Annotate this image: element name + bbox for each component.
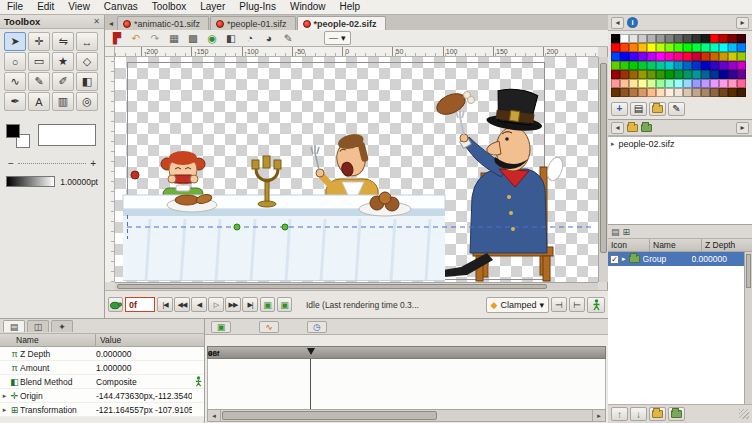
draw-tool[interactable]: ✎ — [28, 72, 50, 91]
tab-scroll-left-icon[interactable]: ◂ — [105, 17, 117, 30]
column-name[interactable]: Name — [0, 334, 96, 346]
palette-swatch[interactable] — [629, 88, 638, 97]
palette-swatch[interactable] — [638, 61, 647, 70]
palette-swatch[interactable] — [719, 79, 728, 88]
column-z-depth[interactable]: Z Depth — [702, 240, 752, 250]
scroll-thumb[interactable] — [222, 411, 437, 420]
palette-swatch[interactable] — [674, 43, 683, 52]
lock-future-keyframe-button[interactable]: ▣ — [277, 297, 292, 312]
palette-swatch[interactable] — [656, 79, 665, 88]
open-palette-button[interactable] — [649, 102, 666, 116]
palette-swatch[interactable] — [710, 43, 719, 52]
palette-swatch[interactable] — [719, 88, 728, 97]
new-group-button[interactable] — [649, 407, 666, 421]
menu-item[interactable]: Layer — [193, 0, 232, 14]
tab-timetrack[interactable]: ▣ — [211, 321, 231, 333]
palette-swatch[interactable] — [656, 70, 665, 79]
preview-button[interactable]: ◉ — [203, 31, 221, 45]
redo-button[interactable]: ↷ — [146, 31, 164, 45]
expander-icon[interactable]: ▸ — [622, 255, 626, 263]
palette-swatch[interactable] — [674, 52, 683, 61]
palette-swatch[interactable] — [620, 34, 629, 43]
gradient-tool[interactable]: ▥ — [52, 92, 74, 111]
palette-swatch[interactable] — [728, 43, 737, 52]
show-grid-button[interactable]: ▦ — [165, 31, 183, 45]
palette-swatch[interactable] — [737, 70, 746, 79]
palette-swatch[interactable] — [674, 34, 683, 43]
palette-swatch[interactable] — [692, 79, 701, 88]
palette-swatch[interactable] — [647, 52, 656, 61]
tab-meta[interactable]: ◷ — [307, 321, 327, 333]
turtle-icon[interactable] — [108, 297, 123, 312]
menu-item[interactable]: Plug-Ins — [232, 0, 283, 14]
palette-swatch[interactable] — [692, 88, 701, 97]
column-name[interactable]: Name — [650, 239, 702, 251]
palette-swatch[interactable] — [620, 43, 629, 52]
layer-enabled-checkbox[interactable]: ✓ — [610, 255, 619, 264]
seek-prev-frame-button[interactable]: ◀ — [191, 297, 207, 312]
palette-swatch[interactable] — [728, 34, 737, 43]
scroll-right-icon[interactable]: ▸ — [592, 410, 605, 421]
palette-swatch[interactable] — [719, 70, 728, 79]
zoom-tool[interactable]: ◎ — [76, 92, 98, 111]
palette-swatch[interactable] — [737, 34, 746, 43]
menu-item[interactable]: Toolbox — [145, 0, 193, 14]
palette-swatch[interactable] — [647, 43, 656, 52]
palette-swatch[interactable] — [719, 61, 728, 70]
eyedrop-tool[interactable]: ✒ — [4, 92, 26, 111]
palette-swatch[interactable] — [611, 61, 620, 70]
seek-end-button[interactable]: ▶| — [242, 297, 258, 312]
seek-next-keyframe-button[interactable]: ▶▶ — [225, 297, 241, 312]
tab-params[interactable]: ▤ — [3, 320, 25, 332]
animate-mode-button[interactable] — [587, 297, 605, 313]
scroll-track[interactable] — [221, 410, 592, 421]
palette-swatch[interactable] — [683, 34, 692, 43]
palette-swatch[interactable] — [719, 43, 728, 52]
width-plus-button[interactable]: + — [90, 158, 96, 169]
palette-swatch[interactable] — [701, 61, 710, 70]
edit-color-button[interactable]: ✎ — [668, 102, 685, 116]
palette-swatch[interactable] — [665, 43, 674, 52]
column-icon[interactable]: Icon — [608, 239, 650, 251]
seek-begin-button[interactable]: |◀ — [157, 297, 173, 312]
layers-scrollbar[interactable] — [744, 252, 752, 404]
time-cursor[interactable] — [307, 348, 315, 355]
canvas-browser-item[interactable]: ▸ people-02.sifz — [608, 137, 752, 150]
expander-icon[interactable]: ▸ — [611, 140, 615, 148]
param-expander[interactable]: ▸ — [0, 406, 9, 414]
palette-swatch[interactable] — [737, 88, 746, 97]
horizontal-ruler[interactable]: -200-150-100-50050100150200 — [115, 47, 598, 57]
palette-swatch[interactable] — [737, 79, 746, 88]
palette-swatch[interactable] — [629, 70, 638, 79]
canvas-toolbar-dropdown[interactable]: — ▾ — [324, 31, 351, 45]
transform-tool[interactable]: ➤ — [4, 32, 26, 51]
palette-swatch[interactable] — [728, 70, 737, 79]
palette-swatch[interactable] — [674, 88, 683, 97]
palette-swatch[interactable] — [692, 34, 701, 43]
open-folder-icon[interactable] — [641, 124, 652, 132]
play-button[interactable]: ▷ — [208, 297, 224, 312]
param-row[interactable]: ◧ Blend Method Composite — [0, 375, 204, 389]
palette-swatch[interactable] — [620, 52, 629, 61]
save-palette-button[interactable]: ▤ — [630, 102, 647, 116]
palette-swatch[interactable] — [665, 34, 674, 43]
param-row[interactable]: π Z Depth 0.000000 — [0, 347, 204, 361]
panel-back-icon[interactable]: ◂ — [611, 17, 624, 29]
scale-tool[interactable]: ↔ — [76, 32, 98, 51]
menu-item[interactable]: Help — [333, 0, 368, 14]
palette-swatch[interactable] — [647, 34, 656, 43]
canvas-view[interactable] — [115, 57, 598, 282]
seek-prev-keyframe-button[interactable]: ◀◀ — [174, 297, 190, 312]
canvas-vertical-scrollbar[interactable] — [598, 57, 608, 282]
palette-swatch[interactable] — [647, 88, 656, 97]
canvas-horizontal-scrollbar[interactable] — [115, 282, 598, 290]
menu-item[interactable]: Window — [283, 0, 333, 14]
palette-swatch[interactable] — [692, 70, 701, 79]
palette-swatch[interactable] — [647, 70, 656, 79]
lock-past-keyframe-button[interactable]: ▣ — [260, 297, 275, 312]
fill-color-swatch[interactable] — [6, 124, 20, 138]
scroll-thumb[interactable] — [600, 63, 607, 253]
column-value[interactable]: Value — [96, 335, 204, 345]
rectangle-tool[interactable]: ▭ — [28, 52, 50, 71]
snap-grid-button[interactable]: ▩ — [184, 31, 202, 45]
